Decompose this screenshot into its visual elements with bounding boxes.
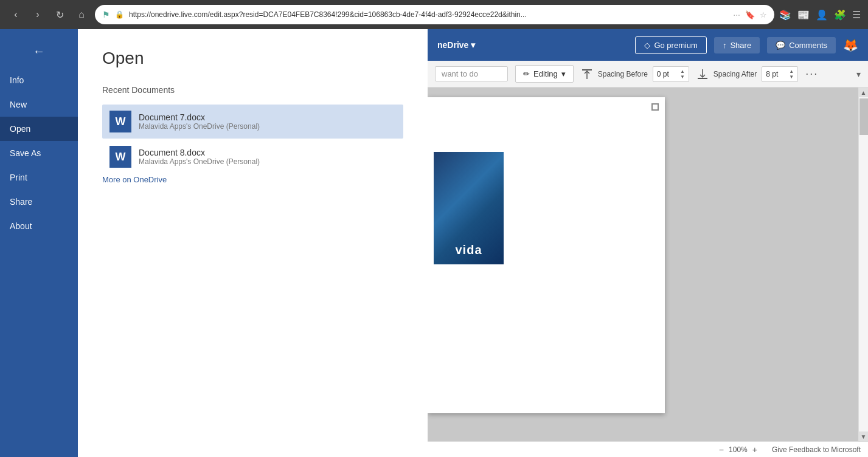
- bookmark-icon: 🔖: [745, 10, 755, 19]
- spacing-before-input[interactable]: 0 pt ▲▼: [653, 66, 689, 82]
- image-text: vida: [455, 243, 482, 257]
- star-icon: ☆: [760, 10, 767, 19]
- sidebar-item-print[interactable]: Print: [0, 165, 78, 190]
- recent-docs-heading: Recent Documents: [102, 85, 403, 95]
- doc-info: Document 7.docx Malavida Apps's OneDrive…: [139, 112, 260, 131]
- svg-rect-2: [698, 78, 707, 79]
- tell-me-bar[interactable]: want to do: [435, 66, 508, 81]
- status-bar: − 100% + Give Feedback to Microsoft: [428, 441, 868, 457]
- doc-name: Document 8.docx: [139, 148, 260, 157]
- list-item[interactable]: W Document 8.docx Malavida Apps's OneDri…: [102, 140, 403, 174]
- sidebar-item-about[interactable]: About: [0, 214, 78, 238]
- share-label: Share: [730, 41, 751, 50]
- share-icon: ↑: [723, 41, 727, 50]
- sidebar-item-share[interactable]: Share: [0, 190, 78, 214]
- reader-icon[interactable]: 📰: [797, 9, 810, 21]
- scrollbar-track[interactable]: [859, 97, 868, 431]
- zoom-controls: − 100% + Give Feedback to Microsoft: [719, 445, 861, 455]
- word-doc-icon: W: [109, 111, 131, 132]
- spacing-before-arrows[interactable]: ▲▼: [680, 69, 685, 80]
- zoom-value: 100%: [729, 445, 748, 454]
- doc-location: Malavida Apps's OneDrive (Personal): [139, 157, 260, 166]
- spacing-before-value: 0 pt: [657, 70, 669, 78]
- scrollbar-down-button[interactable]: ▼: [859, 431, 868, 441]
- home-button[interactable]: ⌂: [73, 6, 90, 23]
- diamond-icon: ◇: [644, 41, 650, 50]
- scrollbar-thumb[interactable]: [859, 98, 868, 135]
- sidebar-item-open[interactable]: Open: [0, 117, 78, 141]
- more-on-onedrive-link[interactable]: More on OneDrive: [102, 175, 167, 184]
- comments-label: Comments: [789, 41, 827, 50]
- editing-chevron-icon: ▾: [561, 69, 566, 78]
- file-sidebar: ← Info New Open Save As Print Share Abou…: [0, 29, 78, 457]
- header-right: ◇ Go premium ↑ Share 💬 Comments 🦊: [635, 36, 858, 54]
- extensions-icon[interactable]: 🧩: [834, 9, 846, 21]
- doc-name: Document 7.docx: [139, 112, 260, 122]
- document-page: vida: [428, 97, 665, 413]
- more-options-button[interactable]: ···: [805, 67, 818, 80]
- browser-menu-icon[interactable]: ☰: [852, 9, 861, 21]
- address-bar[interactable]: ⚑ 🔒 https://onedrive.live.com/edit.aspx?…: [95, 5, 774, 24]
- go-premium-button[interactable]: ◇ Go premium: [635, 36, 707, 54]
- zoom-minus-button[interactable]: −: [719, 445, 724, 455]
- shield-icon: ⚑: [102, 10, 110, 19]
- spacing-before-icon: [581, 68, 593, 80]
- onedrive-label: neDrive ▾: [437, 40, 475, 50]
- spacing-after-value: 8 pt: [766, 70, 778, 78]
- sidebar-item-new[interactable]: New: [0, 92, 78, 117]
- sidebar-item-save-as[interactable]: Save As: [0, 141, 78, 165]
- comments-icon: 💬: [776, 41, 785, 50]
- document-list: W Document 7.docx Malavida Apps's OneDri…: [102, 105, 403, 174]
- editor-area: neDrive ▾ ◇ Go premium ↑ Share 💬 Comment…: [428, 29, 868, 457]
- spacing-after-arrows[interactable]: ▲▼: [789, 69, 794, 80]
- fox-icon: 🦊: [843, 38, 858, 52]
- feedback-label[interactable]: Give Feedback to Microsoft: [772, 445, 861, 454]
- editing-label: Editing: [533, 69, 558, 78]
- spacing-after-section: Spacing After 8 pt ▲▼: [696, 66, 798, 82]
- doc-info: Document 8.docx Malavida Apps's OneDrive…: [139, 148, 260, 166]
- spacing-after-label: Spacing After: [713, 70, 757, 78]
- list-item[interactable]: W Document 7.docx Malavida Apps's OneDri…: [102, 105, 403, 139]
- doc-location: Malavida Apps's OneDrive (Personal): [139, 122, 260, 131]
- open-title: Open: [102, 49, 403, 68]
- go-premium-label: Go premium: [654, 41, 698, 50]
- back-arrow-icon: ←: [33, 44, 45, 58]
- spacing-after-input[interactable]: 8 pt ▲▼: [762, 66, 798, 82]
- address-text: https://onedrive.live.com/edit.aspx?resi…: [129, 10, 728, 19]
- forward-button[interactable]: ›: [29, 6, 46, 23]
- editing-button[interactable]: ✏ Editing ▾: [515, 65, 574, 83]
- document-image: vida: [434, 152, 504, 264]
- scrollbar-up-button[interactable]: ▲: [859, 88, 868, 97]
- spacing-before-section: Spacing Before 0 pt ▲▼: [581, 66, 689, 82]
- lock-icon: 🔒: [115, 10, 124, 19]
- spacing-after-icon: [696, 68, 709, 80]
- main-area: ← Info New Open Save As Print Share Abou…: [0, 29, 868, 457]
- account-icon[interactable]: 👤: [816, 9, 828, 21]
- word-header: neDrive ▾ ◇ Go premium ↑ Share 💬 Comment…: [428, 29, 868, 61]
- spacing-before-label: Spacing Before: [598, 70, 648, 78]
- menu-dots-icon: ···: [733, 10, 740, 19]
- browser-right-icons: 📚 📰 👤 🧩 ☰: [779, 9, 861, 21]
- document-canvas: vida: [428, 88, 858, 441]
- back-button[interactable]: ‹: [7, 6, 24, 23]
- word-toolbar: want to do ✏ Editing ▾ Spacing Before 0 …: [428, 61, 868, 88]
- share-button[interactable]: ↑ Share: [714, 37, 760, 53]
- comments-button[interactable]: 💬 Comments: [767, 37, 836, 53]
- zoom-plus-button[interactable]: +: [752, 445, 757, 455]
- editing-pencil-icon: ✏: [523, 69, 530, 78]
- library-icon[interactable]: 📚: [779, 9, 791, 21]
- selection-handle: [651, 103, 659, 111]
- canvas-area: vida ▲ ▼: [428, 88, 868, 441]
- svg-rect-0: [582, 69, 592, 70]
- tell-me-text: want to do: [442, 69, 478, 78]
- browser-chrome: ‹ › ↻ ⌂ ⚑ 🔒 https://onedrive.live.com/ed…: [0, 0, 868, 29]
- sidebar-item-info[interactable]: Info: [0, 68, 78, 92]
- sidebar-back-button[interactable]: ←: [24, 36, 54, 66]
- toolbar-expand-icon[interactable]: ▾: [856, 69, 861, 79]
- open-panel: Open Recent Documents W Document 7.docx …: [78, 29, 428, 457]
- reload-button[interactable]: ↻: [51, 6, 68, 23]
- word-doc-icon: W: [109, 146, 131, 168]
- vertical-scrollbar[interactable]: ▲ ▼: [858, 88, 868, 441]
